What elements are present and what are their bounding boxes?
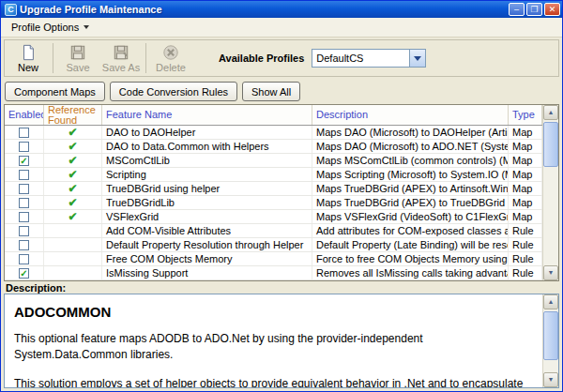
reference-found-cell <box>44 238 102 251</box>
enabled-checkbox[interactable] <box>19 128 29 138</box>
enabled-checkbox[interactable] <box>19 212 29 222</box>
description-content: ADOCOMMON This optional feature maps ADO… <box>5 294 542 387</box>
description-cell: Default Property (Late Binding) will be … <box>312 238 509 251</box>
reference-found-cell: ✔ <box>44 126 102 139</box>
feature-name-cell: DAO to Data.Common with Helpers <box>102 140 312 153</box>
toolbar-button-save[interactable]: Save <box>56 41 99 75</box>
feature-name-cell: IsMissing Support <box>102 266 312 279</box>
description-label: Description: <box>6 282 66 294</box>
description-cell: Maps TrueDBGrid (APEX) to Artinsoft.Wind… <box>312 182 509 195</box>
type-cell: Rule <box>509 252 542 265</box>
menu-profile-options[interactable]: Profile Options <box>5 20 96 35</box>
column-header-reference-found[interactable]: Reference Found <box>44 105 102 125</box>
type-cell: Map <box>509 126 542 139</box>
reference-found-check-icon: ✔ <box>68 183 77 194</box>
reference-found-cell: ✔ <box>44 210 102 223</box>
enabled-checkbox[interactable] <box>19 240 29 250</box>
reference-found-cell <box>44 252 102 265</box>
table-row[interactable]: ✔ Scripting Maps Scripting (Microsoft) t… <box>5 168 542 182</box>
enabled-cell <box>5 182 44 195</box>
type-cell: Map <box>509 182 542 195</box>
column-header-feature-name[interactable]: Feature Name <box>102 105 312 125</box>
table-row[interactable]: Free COM Objects Memory Force to free CO… <box>5 252 542 266</box>
toolbar-button-save-as-label: Save As <box>102 62 140 73</box>
table-row[interactable]: Default Property Resolution through Help… <box>5 238 542 252</box>
table-row[interactable]: ✔ DAO to DAOHelper Maps DAO (Microsoft) … <box>5 126 542 140</box>
chevron-down-icon <box>414 56 421 61</box>
reference-found-check-icon: ✔ <box>68 155 77 166</box>
enabled-checkbox[interactable] <box>19 226 29 236</box>
enabled-checkbox[interactable] <box>19 198 29 208</box>
toolbar-button-delete-label: Delete <box>156 62 186 73</box>
show-all-button[interactable]: Show All <box>242 82 300 101</box>
feature-name-cell: Free COM Objects Memory <box>102 252 312 265</box>
new-document-icon <box>19 44 38 61</box>
feature-table-body: ✔ DAO to DAOHelper Maps DAO (Microsoft) … <box>5 126 542 280</box>
scroll-down-icon[interactable]: ▼ <box>543 265 558 280</box>
toolbar: New Save Save As Delete Available Profil… <box>4 39 559 77</box>
column-header-enabled[interactable]: Enabled <box>5 105 44 125</box>
delete-x-icon <box>161 44 180 61</box>
toolbar-button-new[interactable]: New <box>7 41 50 75</box>
toolbar-button-new-label: New <box>18 62 38 73</box>
minimize-button[interactable]: – <box>509 3 525 16</box>
scroll-up-icon[interactable]: ▲ <box>543 294 558 309</box>
table-row[interactable]: ✔ VSFlexGrid Maps VSFlexGrid (VideoSoft)… <box>5 210 542 224</box>
table-row[interactable]: ✔ DAO to Data.Common with Helpers Maps D… <box>5 140 542 154</box>
enabled-checkbox[interactable] <box>19 184 29 194</box>
scroll-down-icon[interactable]: ▼ <box>543 372 558 387</box>
enabled-checkbox[interactable] <box>19 254 29 264</box>
maximize-button[interactable]: ❐ <box>526 3 542 16</box>
enabled-checkbox[interactable] <box>19 142 29 152</box>
table-row[interactable]: ✔ TrueDBGrid using helper Maps TrueDBGri… <box>5 182 542 196</box>
toolbar-button-save-label: Save <box>66 62 89 73</box>
table-row[interactable]: ✔ TrueDBGridLib Maps TrueDBGrid (APEX) t… <box>5 196 542 210</box>
type-cell: Map <box>509 140 542 153</box>
feature-table-header: Enabled Reference Found Feature Name Des… <box>5 105 542 126</box>
type-cell: Map <box>509 196 542 209</box>
component-maps-button[interactable]: Component Maps <box>5 82 105 101</box>
reference-found-check-icon: ✔ <box>68 127 77 138</box>
type-cell: Map <box>509 154 542 167</box>
table-row[interactable]: ✔ MSComCtlLib Maps MSComCtlLib (common c… <box>5 154 542 168</box>
feature-name-cell: Add COM-Visible Attributes <box>102 224 312 237</box>
available-profiles-value: DefaultCS <box>312 53 409 64</box>
close-button[interactable]: ✕ <box>544 3 560 16</box>
reference-found-check-icon: ✔ <box>68 169 77 180</box>
description-cell: Maps VSFlexGrid (VideoSoft) to C1FlexGri… <box>312 210 509 223</box>
description-cell: Maps Scripting (Microsoft) to System.IO … <box>312 168 509 181</box>
type-cell: Rule <box>509 224 542 237</box>
title-bar: C Upgrade Profile Maintenance – ❐ ✕ <box>1 1 562 18</box>
feature-name-cell: TrueDBGridLib <box>102 196 312 209</box>
column-header-description[interactable]: Description <box>312 105 509 125</box>
enabled-checkbox[interactable] <box>19 156 29 166</box>
app-icon: C <box>5 4 17 16</box>
enabled-checkbox[interactable] <box>19 170 29 180</box>
description-cell: Maps MSComCtlLib (common controls) (Micr… <box>312 154 509 167</box>
available-profiles-select[interactable]: DefaultCS <box>312 49 426 68</box>
enabled-cell <box>5 126 44 139</box>
column-header-type[interactable]: Type <box>509 105 542 125</box>
table-row[interactable]: Add COM-Visible Attributes Add attribute… <box>5 224 542 238</box>
type-cell: Rule <box>509 238 542 251</box>
enabled-checkbox[interactable] <box>19 268 29 279</box>
table-row[interactable]: IsMissing Support Removes all IsMissing … <box>5 266 542 280</box>
enabled-cell <box>5 140 44 153</box>
toolbar-separator <box>53 43 53 73</box>
description-scrollbar[interactable]: ▲ ▼ <box>542 294 558 387</box>
available-profiles-area: Available Profiles DefaultCS <box>219 49 426 68</box>
table-scrollbar[interactable]: ▲ ▼ <box>542 105 558 280</box>
filter-button-row: Component Maps Code Conversion Rules Sho… <box>5 82 300 101</box>
combo-dropdown-button[interactable] <box>409 50 425 67</box>
toolbar-button-delete[interactable]: Delete <box>149 41 192 75</box>
table-scrollbar-thumb[interactable] <box>543 122 558 167</box>
description-cell: Force to free COM Objects Memory using a… <box>312 252 509 265</box>
code-conversion-rules-button[interactable]: Code Conversion Rules <box>110 82 237 101</box>
description-scrollbar-thumb[interactable] <box>543 311 558 360</box>
reference-found-cell <box>44 266 102 279</box>
menu-profile-options-label: Profile Options <box>11 22 79 33</box>
description-cell: Maps TrueDBGrid (APEX) to TrueDBGrid (Co… <box>312 196 509 209</box>
toolbar-button-save-as[interactable]: Save As <box>99 41 143 75</box>
reference-found-cell: ✔ <box>44 154 102 167</box>
scroll-up-icon[interactable]: ▲ <box>543 105 558 120</box>
